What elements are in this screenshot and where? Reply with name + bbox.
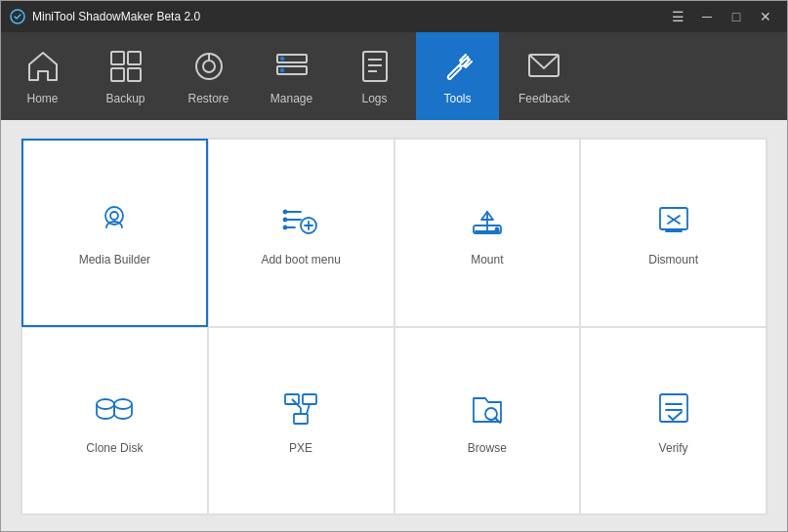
nav-restore-label: Restore [187, 92, 228, 105]
nav-bar: Home Backup Restore Manage [1, 32, 787, 120]
nav-manage[interactable]: Manage [250, 32, 333, 120]
browse-label: Browse [468, 441, 507, 455]
tool-media-builder[interactable]: Media Builder [21, 139, 208, 327]
title-bar: MiniTool ShadowMaker Beta 2.0 ☰ ─ □ ✕ [1, 1, 787, 32]
tool-pxe[interactable]: PXE [208, 327, 394, 515]
browse-icon [466, 387, 509, 430]
svg-point-29 [495, 228, 498, 231]
nav-feedback-label: Feedback [518, 92, 570, 105]
svg-point-6 [203, 61, 215, 72]
svg-rect-3 [111, 68, 124, 81]
tool-add-boot-menu[interactable]: Add boot menu [208, 139, 394, 327]
nav-home-label: Home [26, 92, 58, 105]
nav-logs[interactable]: Logs [333, 32, 416, 120]
title-bar-left: MiniTool ShadowMaker Beta 2.0 [9, 8, 200, 25]
clone-disk-icon [93, 387, 136, 430]
add-boot-menu-label: Add boot menu [261, 253, 340, 266]
pxe-icon [279, 387, 322, 430]
tool-mount[interactable]: Mount [394, 139, 581, 327]
main-content: Media Builder Add boot menu [1, 120, 787, 532]
dismount-icon [652, 198, 695, 241]
svg-point-20 [284, 211, 287, 214]
svg-point-35 [114, 399, 132, 409]
svg-line-40 [307, 404, 310, 414]
media-builder-label: Media Builder [79, 253, 150, 266]
media-builder-icon [93, 198, 136, 241]
tool-dismount[interactable]: Dismount [580, 139, 767, 327]
maximize-button[interactable]: □ [723, 6, 750, 27]
tools-grid: Media Builder Add boot menu [21, 139, 767, 514]
logs-icon [355, 47, 394, 86]
svg-point-24 [284, 226, 287, 229]
svg-point-18 [110, 212, 118, 220]
verify-icon [652, 387, 695, 430]
nav-feedback[interactable]: Feedback [499, 32, 590, 120]
close-button[interactable]: ✕ [752, 6, 779, 27]
svg-point-34 [97, 399, 114, 409]
menu-button[interactable]: ☰ [664, 6, 691, 27]
dismount-label: Dismount [648, 253, 698, 266]
mount-label: Mount [471, 253, 503, 266]
tools-icon [438, 47, 477, 86]
mount-icon [466, 198, 509, 241]
svg-point-11 [280, 69, 283, 72]
svg-rect-1 [111, 52, 124, 64]
tool-browse[interactable]: Browse [394, 327, 581, 515]
svg-rect-37 [303, 394, 316, 404]
nav-tools[interactable]: Tools [416, 32, 499, 120]
nav-restore[interactable]: Restore [167, 32, 250, 120]
verify-label: Verify [659, 441, 688, 455]
tools-grid-container: Media Builder Add boot menu [21, 138, 767, 515]
tool-clone-disk[interactable]: Clone Disk [21, 327, 208, 515]
manage-icon [272, 47, 311, 86]
add-boot-menu-icon [279, 198, 322, 241]
nav-logs-label: Logs [361, 92, 387, 105]
svg-rect-38 [294, 414, 308, 424]
nav-home[interactable]: Home [1, 32, 84, 120]
minimize-button[interactable]: ─ [693, 6, 721, 27]
svg-point-10 [280, 58, 283, 61]
nav-manage-label: Manage [270, 92, 312, 105]
app-logo-icon [9, 8, 26, 25]
restore-icon [189, 47, 228, 86]
svg-point-22 [284, 219, 287, 222]
backup-icon [106, 47, 145, 86]
clone-disk-label: Clone Disk [86, 441, 143, 455]
pxe-label: PXE [289, 441, 312, 455]
nav-tools-label: Tools [443, 92, 471, 105]
nav-backup[interactable]: Backup [84, 32, 167, 120]
app-title: MiniTool ShadowMaker Beta 2.0 [32, 10, 200, 23]
title-bar-controls: ☰ ─ □ ✕ [664, 6, 779, 27]
tool-verify[interactable]: Verify [580, 327, 767, 515]
svg-rect-2 [128, 52, 141, 64]
nav-backup-label: Backup [105, 92, 145, 105]
feedback-icon [524, 47, 563, 86]
home-icon [23, 47, 62, 86]
svg-rect-4 [128, 68, 141, 81]
